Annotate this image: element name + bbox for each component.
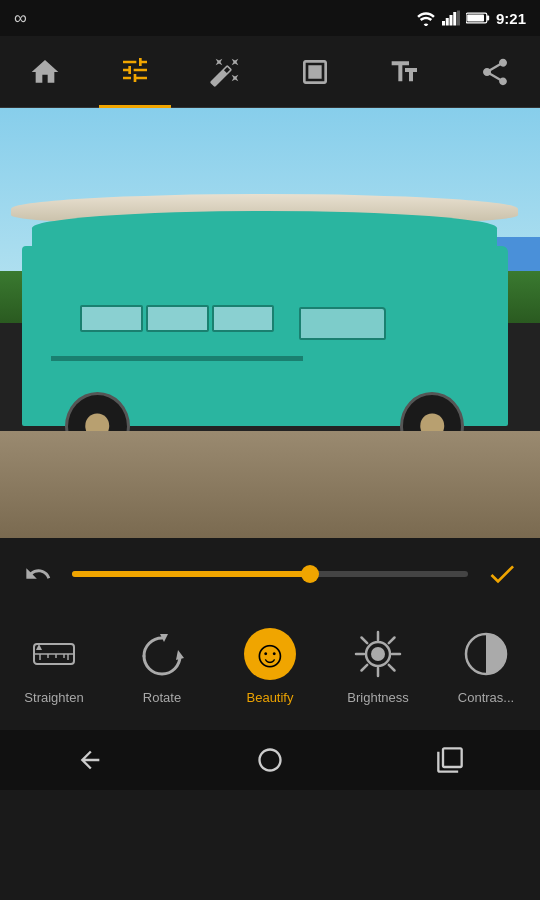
toolbar-home[interactable] xyxy=(9,36,81,108)
svg-rect-3 xyxy=(453,12,456,26)
tool-beautify[interactable]: ☺ Beautify xyxy=(216,620,324,705)
ground xyxy=(0,431,540,539)
confirm-button[interactable] xyxy=(480,552,524,596)
status-bar: ∞ 9:21 xyxy=(0,0,540,36)
svg-line-23 xyxy=(362,638,368,644)
svg-rect-6 xyxy=(487,16,489,21)
slider-thumb[interactable] xyxy=(301,565,319,583)
brightness-icon-container xyxy=(350,626,406,682)
nav-home-button[interactable] xyxy=(240,738,300,782)
status-left: ∞ xyxy=(14,8,27,29)
toolbar-share[interactable] xyxy=(459,36,531,108)
tool-contrast[interactable]: Contras... xyxy=(432,620,540,705)
tool-brightness[interactable]: Brightness xyxy=(324,620,432,705)
svg-line-25 xyxy=(389,638,395,644)
image-area xyxy=(0,108,540,538)
tool-rotate[interactable]: Rotate xyxy=(108,620,216,705)
top-toolbar xyxy=(0,36,540,108)
toolbar-adjust[interactable] xyxy=(99,36,171,108)
adjust-icon xyxy=(119,54,151,86)
svg-rect-1 xyxy=(446,18,449,26)
svg-line-24 xyxy=(389,665,395,671)
svg-rect-7 xyxy=(467,14,484,21)
beautify-icon-container: ☺ xyxy=(242,626,298,682)
contrast-icon-container xyxy=(458,626,514,682)
svg-rect-4 xyxy=(457,11,460,26)
van-window-2 xyxy=(146,305,209,332)
check-icon xyxy=(486,558,518,590)
nav-home-icon xyxy=(256,746,284,774)
status-right: 9:21 xyxy=(416,10,526,27)
home-icon xyxy=(29,56,61,88)
rotate-icon-container xyxy=(134,626,190,682)
van-window-1 xyxy=(80,305,143,332)
svg-marker-16 xyxy=(176,650,184,660)
van-windows xyxy=(80,305,274,332)
rotate-icon xyxy=(138,630,186,678)
tool-straighten[interactable]: Straighten xyxy=(0,620,108,705)
contrast-icon xyxy=(460,628,512,680)
smiley-icon: ☺ xyxy=(251,635,290,673)
status-time: 9:21 xyxy=(496,10,526,27)
toolbar-magic[interactable] xyxy=(189,36,261,108)
recent-icon xyxy=(436,746,464,774)
van-roof xyxy=(32,211,496,245)
straighten-label: Straighten xyxy=(24,690,83,705)
back-icon xyxy=(76,746,104,774)
straighten-icon xyxy=(30,630,78,678)
magic-icon xyxy=(209,56,241,88)
svg-point-18 xyxy=(371,647,385,661)
van-window-3 xyxy=(212,305,275,332)
photo-background xyxy=(0,108,540,538)
battery-icon xyxy=(466,11,490,25)
svg-rect-2 xyxy=(449,15,452,26)
text-icon xyxy=(389,56,421,88)
slider-area xyxy=(0,538,540,610)
slider-container[interactable] xyxy=(72,571,468,577)
svg-rect-0 xyxy=(442,21,445,26)
toolbar-frame[interactable] xyxy=(279,36,351,108)
voicemail-icon: ∞ xyxy=(14,8,27,29)
rotate-label: Rotate xyxy=(143,690,181,705)
straighten-icon-container xyxy=(26,626,82,682)
contrast-label: Contras... xyxy=(458,690,514,705)
van-windshield xyxy=(299,307,386,340)
frame-icon xyxy=(299,56,331,88)
svg-line-26 xyxy=(362,665,368,671)
slider-track xyxy=(72,571,468,577)
undo-button[interactable] xyxy=(16,552,60,596)
nav-back-button[interactable] xyxy=(60,738,120,782)
share-icon xyxy=(479,56,511,88)
beautify-face: ☺ xyxy=(244,628,296,680)
wifi-icon xyxy=(416,10,436,26)
signal-icon xyxy=(442,10,460,26)
van-stripe xyxy=(51,356,304,361)
brightness-icon xyxy=(352,628,404,680)
brightness-label: Brightness xyxy=(347,690,408,705)
toolbar-text[interactable] xyxy=(369,36,441,108)
nav-recent-button[interactable] xyxy=(420,738,480,782)
beautify-label: Beautify xyxy=(247,690,294,705)
tools-row: Straighten Rotate ☺ Beautify xyxy=(0,610,540,730)
undo-icon xyxy=(24,560,52,588)
slider-fill xyxy=(72,571,310,577)
bottom-nav xyxy=(0,730,540,790)
